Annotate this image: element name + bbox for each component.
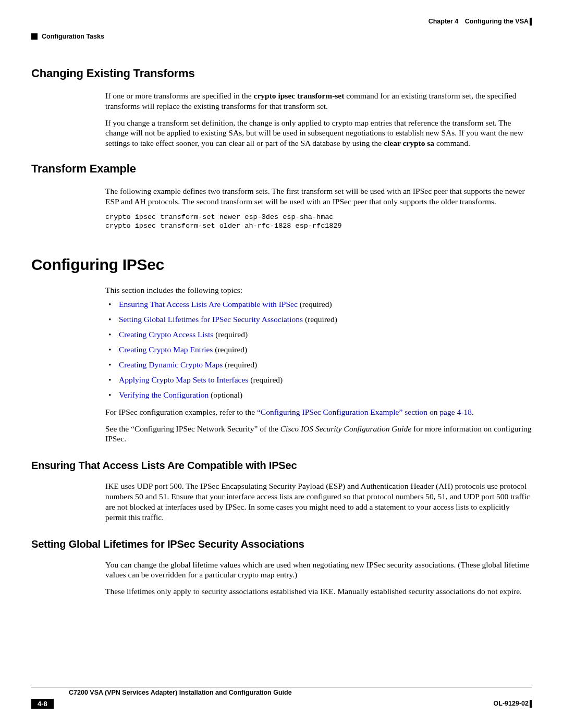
text: See the “Configuring IPSec Network Secur… xyxy=(105,424,280,433)
xref-link[interactable]: Ensuring That Access Lists Are Compatibl… xyxy=(119,300,298,309)
heading-configuring-ipsec: Configuring IPSec xyxy=(31,256,532,274)
paragraph: If one or more transforms are specified … xyxy=(105,91,532,112)
text: If one or more transforms are specified … xyxy=(105,91,254,100)
text: . xyxy=(472,408,474,416)
xref-link[interactable]: Creating Crypto Map Entries xyxy=(119,345,213,354)
body-global-lifetimes: You can change the global lifetime value… xyxy=(105,560,532,597)
heading-changing-transforms: Changing Existing Transforms xyxy=(31,67,532,80)
paragraph: These lifetimes only apply to security a… xyxy=(105,586,532,597)
list-item: Creating Crypto Access Lists (required) xyxy=(105,329,532,340)
list-item: Verifying the Configuration (optional) xyxy=(105,390,532,401)
section-marker-icon xyxy=(31,33,38,40)
paragraph: See the “Configuring IPSec Network Secur… xyxy=(105,424,532,445)
page-subheader: Configuration Tasks xyxy=(31,33,532,43)
list-item: Ensuring That Access Lists Are Compatibl… xyxy=(105,299,532,310)
list-item: Applying Crypto Map Sets to Interfaces (… xyxy=(105,375,532,386)
text: (required) xyxy=(223,360,257,369)
paragraph: IKE uses UDP port 500. The IPSec Encapsu… xyxy=(105,481,532,522)
footer-rule-mark xyxy=(530,700,532,708)
page-number-badge: 4-8 xyxy=(31,699,54,709)
citation-title: Cisco IOS Security Configuration Guide xyxy=(280,424,411,433)
text: (required) xyxy=(213,345,247,354)
command-text: crypto ipsec transform-set xyxy=(254,91,345,100)
xref-link[interactable]: Verifying the Configuration xyxy=(119,390,209,399)
heading-transform-example: Transform Example xyxy=(31,162,532,176)
page-header: Chapter 4 Configuring the VSA xyxy=(31,18,532,32)
footer-rule xyxy=(31,687,532,687)
footer-bottom-row: 4-8 OL-9129-02 xyxy=(31,699,532,710)
text: (optional) xyxy=(209,390,242,399)
list-item: Creating Crypto Map Entries (required) xyxy=(105,344,532,355)
text: command. xyxy=(434,139,470,147)
page-footer: C7200 VSA (VPN Services Adapter) Install… xyxy=(31,687,532,710)
paragraph: You can change the global lifetime value… xyxy=(105,560,532,581)
text: (required) xyxy=(248,375,283,384)
guide-title: C7200 VSA (VPN Services Adapter) Install… xyxy=(69,689,532,696)
paragraph: If you change a transform set definition… xyxy=(105,118,532,149)
paragraph: The following example defines two transf… xyxy=(105,186,532,207)
xref-link[interactable]: “Configuring IPSec Configuration Example… xyxy=(257,408,472,416)
paragraph: This section includes the following topi… xyxy=(105,285,532,295)
xref-link[interactable]: Applying Crypto Map Sets to Interfaces xyxy=(119,375,248,384)
heading-global-lifetimes: Setting Global Lifetimes for IPSec Secur… xyxy=(31,538,532,550)
list-item: Creating Dynamic Crypto Maps (required) xyxy=(105,360,532,371)
text: (required) xyxy=(303,315,337,324)
paragraph: For IPSec configuration examples, refer … xyxy=(105,407,532,417)
header-rule-mark xyxy=(530,18,532,26)
chapter-label: Chapter 4 Configuring the VSA xyxy=(429,18,529,25)
topics-list: Ensuring That Access Lists Are Compatibl… xyxy=(105,299,532,400)
command-text: clear crypto sa xyxy=(384,139,434,147)
heading-ensuring-acl: Ensuring That Access Lists Are Compatibl… xyxy=(31,460,532,472)
document-id: OL-9129-02 xyxy=(494,700,529,707)
list-item: Setting Global Lifetimes for IPSec Secur… xyxy=(105,314,532,325)
text: For IPSec configuration examples, refer … xyxy=(105,408,257,416)
text: (required) xyxy=(213,330,248,339)
xref-link[interactable]: Creating Crypto Access Lists xyxy=(119,330,213,339)
text: (required) xyxy=(298,300,332,309)
body-transform-example: The following example defines two transf… xyxy=(105,186,532,230)
body-ensuring-acl: IKE uses UDP port 500. The IPSec Encapsu… xyxy=(105,481,532,522)
running-section-label: Configuration Tasks xyxy=(42,33,104,40)
body-configuring-ipsec: This section includes the following topi… xyxy=(105,285,532,445)
xref-link[interactable]: Setting Global Lifetimes for IPSec Secur… xyxy=(119,315,303,324)
page-content: Changing Existing Transforms If one or m… xyxy=(31,67,532,597)
body-changing-transforms: If one or more transforms are specified … xyxy=(105,91,532,149)
code-block: crypto ipsec transform-set newer esp-3de… xyxy=(105,213,532,231)
xref-link[interactable]: Creating Dynamic Crypto Maps xyxy=(119,360,223,369)
